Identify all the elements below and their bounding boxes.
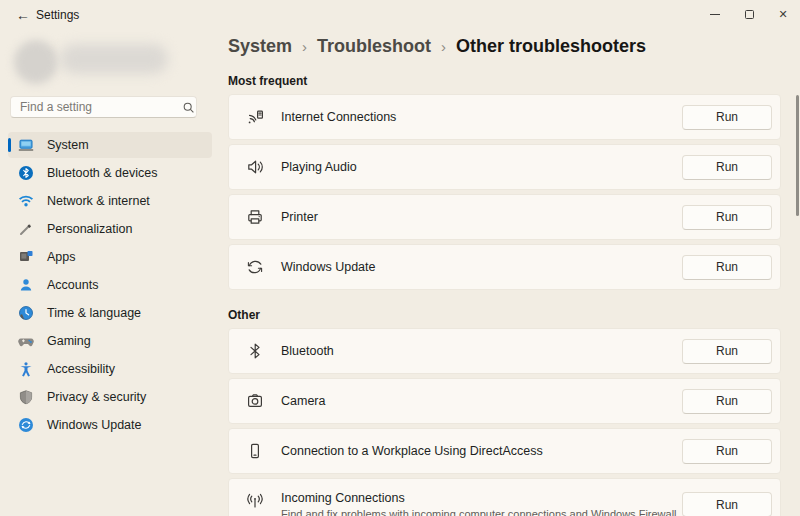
troubleshooter-text: Bluetooth (281, 344, 682, 358)
run-button[interactable]: Run (682, 255, 772, 280)
section-other: OtherBluetoothRunCameraRunConnection to … (228, 308, 781, 516)
sidebar-item-time-language[interactable]: Time & language (8, 300, 212, 326)
troubleshooter-text: Incoming ConnectionsFind and fix problem… (281, 491, 682, 516)
run-button[interactable]: Run (682, 205, 772, 230)
troubleshooter-row-incoming-connections: Incoming ConnectionsFind and fix problem… (228, 478, 781, 516)
account-name-blurred (60, 44, 168, 74)
section-title: Most frequent (228, 74, 781, 88)
apps-icon (18, 249, 34, 265)
network-icon (18, 193, 34, 209)
bluetooth-rune-icon (245, 341, 265, 361)
privacy-icon (18, 389, 34, 405)
chevron-right-icon: › (441, 38, 446, 55)
windows-update-sync-icon (245, 257, 265, 277)
troubleshooter-text: Internet Connections (281, 110, 682, 124)
sidebar-item-label: Gaming (47, 334, 91, 348)
sidebar-item-label: Privacy & security (47, 390, 146, 404)
sidebar-item-privacy-security[interactable]: Privacy & security (8, 384, 212, 410)
troubleshooter-row-camera: CameraRun (228, 378, 781, 424)
sidebar-item-label: Apps (47, 250, 76, 264)
playing-audio-icon (245, 157, 265, 177)
sidebar: SystemBluetooth & devicesNetwork & inter… (0, 30, 220, 516)
bluetooth-icon (18, 165, 34, 181)
titlebar: ← Settings ✕ (0, 0, 800, 30)
breadcrumb-item-system[interactable]: System (228, 36, 292, 57)
sidebar-item-label: Accounts (47, 278, 98, 292)
sidebar-item-system[interactable]: System (8, 132, 212, 158)
window-controls: ✕ (698, 0, 800, 30)
troubleshooter-row-printer: PrinterRun (228, 194, 781, 240)
minimize-icon[interactable] (698, 0, 732, 28)
troubleshooter-row-windows-update: Windows UpdateRun (228, 244, 781, 290)
troubleshooter-label: Bluetooth (281, 344, 682, 358)
sidebar-item-windows-update[interactable]: Windows Update (8, 412, 212, 438)
system-icon (18, 137, 34, 153)
troubleshooter-text: Connection to a Workplace Using DirectAc… (281, 444, 682, 458)
troubleshooter-label: Windows Update (281, 260, 682, 274)
troubleshooter-label: Camera (281, 394, 682, 408)
incoming-connections-icon (245, 491, 265, 511)
window-title: Settings (36, 8, 79, 22)
troubleshooter-label: Playing Audio (281, 160, 682, 174)
troubleshooter-row-internet-connections: Internet ConnectionsRun (228, 94, 781, 140)
sidebar-item-accessibility[interactable]: Accessibility (8, 356, 212, 382)
accounts-icon (18, 277, 34, 293)
run-button[interactable]: Run (682, 492, 772, 516)
personalization-icon (18, 221, 34, 237)
sidebar-item-label: System (47, 138, 89, 152)
printer-icon (245, 207, 265, 227)
troubleshooter-sections: Most frequentInternet ConnectionsRunPlay… (228, 74, 781, 516)
internet-connections-icon (245, 107, 265, 127)
section-title: Other (228, 308, 781, 322)
troubleshooter-description: Find and fix problems with incoming comp… (281, 508, 682, 516)
troubleshooter-label: Printer (281, 210, 682, 224)
troubleshooter-label: Incoming Connections (281, 491, 682, 505)
avatar (14, 40, 58, 84)
sidebar-item-gaming[interactable]: Gaming (8, 328, 212, 354)
back-arrow-icon[interactable]: ← (12, 5, 34, 25)
workplace-icon (245, 441, 265, 461)
troubleshooter-text: Playing Audio (281, 160, 682, 174)
section-most-frequent: Most frequentInternet ConnectionsRunPlay… (228, 74, 781, 290)
troubleshooter-text: Printer (281, 210, 682, 224)
chevron-right-icon: › (302, 38, 307, 55)
run-button[interactable]: Run (682, 389, 772, 414)
breadcrumb-item-troubleshoot[interactable]: Troubleshoot (317, 36, 431, 57)
troubleshooter-label: Connection to a Workplace Using DirectAc… (281, 444, 682, 458)
troubleshooter-text: Windows Update (281, 260, 682, 274)
sidebar-item-label: Time & language (47, 306, 141, 320)
search-input[interactable] (11, 100, 181, 114)
sidebar-nav: SystemBluetooth & devicesNetwork & inter… (8, 132, 212, 440)
breadcrumb: System › Troubleshoot › Other troublesho… (228, 36, 781, 62)
main-content: System › Troubleshoot › Other troublesho… (228, 36, 781, 516)
search-box[interactable] (10, 96, 197, 118)
sidebar-item-network-internet[interactable]: Network & internet (8, 188, 212, 214)
selected-indicator (8, 138, 11, 152)
sidebar-item-label: Bluetooth & devices (47, 166, 158, 180)
troubleshooter-row-playing-audio: Playing AudioRun (228, 144, 781, 190)
windows-update-icon (18, 417, 34, 433)
accessibility-icon (18, 361, 34, 377)
maximize-icon[interactable] (732, 0, 766, 28)
sidebar-item-label: Windows Update (47, 418, 142, 432)
run-button[interactable]: Run (682, 155, 772, 180)
camera-icon (245, 391, 265, 411)
troubleshooter-row-connection-to-a-workplace-using-directaccess: Connection to a Workplace Using DirectAc… (228, 428, 781, 474)
vertical-scrollbar[interactable] (796, 95, 799, 216)
sidebar-item-label: Personalization (47, 222, 132, 236)
troubleshooter-label: Internet Connections (281, 110, 682, 124)
close-icon[interactable]: ✕ (766, 0, 800, 28)
run-button[interactable]: Run (682, 339, 772, 364)
sidebar-item-label: Accessibility (47, 362, 115, 376)
sidebar-item-accounts[interactable]: Accounts (8, 272, 212, 298)
search-icon[interactable] (181, 101, 196, 114)
time-language-icon (18, 305, 34, 321)
run-button[interactable]: Run (682, 439, 772, 464)
run-button[interactable]: Run (682, 105, 772, 130)
gaming-icon (18, 333, 34, 349)
sidebar-item-apps[interactable]: Apps (8, 244, 212, 270)
troubleshooter-text: Camera (281, 394, 682, 408)
sidebar-item-personalization[interactable]: Personalization (8, 216, 212, 242)
sidebar-item-bluetooth-devices[interactable]: Bluetooth & devices (8, 160, 212, 186)
page-title: Other troubleshooters (456, 36, 646, 57)
